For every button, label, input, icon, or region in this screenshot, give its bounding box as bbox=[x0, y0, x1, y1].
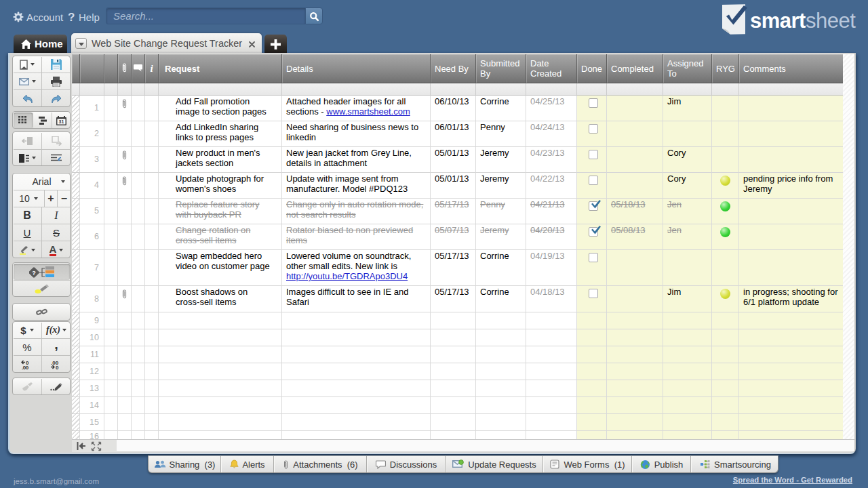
svg-text:31: 31 bbox=[59, 119, 64, 124]
svg-text:0: 0 bbox=[56, 364, 59, 369]
svg-text:.00: .00 bbox=[22, 364, 29, 369]
svg-text:?: ? bbox=[32, 270, 36, 277]
